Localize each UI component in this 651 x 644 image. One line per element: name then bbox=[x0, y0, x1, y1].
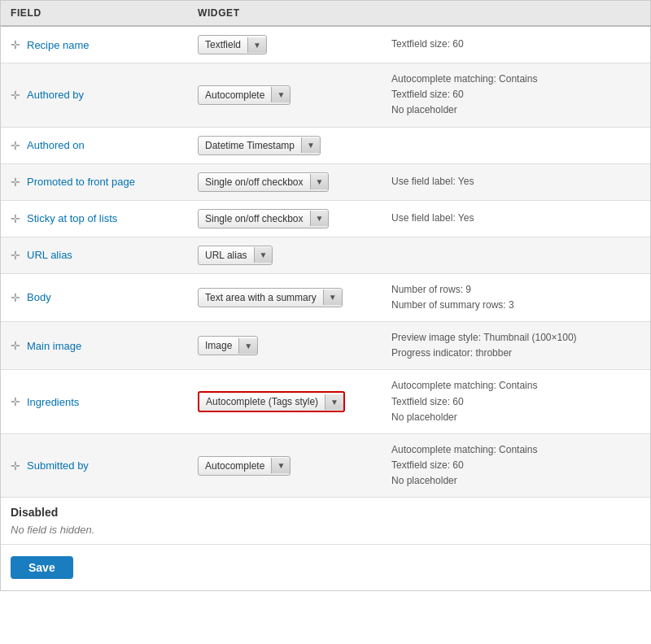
field-label-body: Body bbox=[27, 291, 51, 303]
table-row: ✛BodyText area with a summary▼Number of … bbox=[1, 274, 650, 322]
dropdown-arrow-icon[interactable]: ▼ bbox=[325, 394, 343, 410]
widget-cell-sticky-top: Single on/off checkbox▼ bbox=[198, 209, 385, 228]
field-label-promoted-front: Promoted to front page bbox=[27, 176, 135, 188]
drag-handle-icon[interactable]: ✛ bbox=[11, 395, 20, 408]
dropdown-arrow-icon[interactable]: ▼ bbox=[323, 289, 342, 305]
widget-select-text-main-image: Image bbox=[199, 337, 238, 355]
save-area: Save bbox=[1, 545, 650, 590]
disabled-section: Disabled No field is hidden. bbox=[1, 498, 650, 545]
info-cell-body: Number of rows: 9Number of summary rows:… bbox=[385, 282, 640, 313]
field-cell-promoted-front: ✛Promoted to front page bbox=[11, 176, 198, 189]
field-cell-submitted-by: ✛Submitted by bbox=[11, 459, 198, 472]
dropdown-arrow-icon[interactable]: ▼ bbox=[254, 247, 273, 263]
widget-select-text-sticky-top: Single on/off checkbox bbox=[199, 210, 310, 228]
table-row: ✛Main imageImage▼Preview image style: Th… bbox=[1, 322, 650, 370]
widget-select-text-promoted-front: Single on/off checkbox bbox=[199, 173, 310, 191]
manage-display-table: FIELD WIDGET ✛Recipe nameTextfield▼Textf… bbox=[0, 0, 651, 591]
drag-handle-icon[interactable]: ✛ bbox=[11, 139, 20, 152]
field-rows: ✛Recipe nameTextfield▼Textfield size: 60… bbox=[1, 27, 650, 498]
drag-handle-icon[interactable]: ✛ bbox=[11, 459, 20, 472]
widget-select-ingredients[interactable]: Autocomplete (Tags style)▼ bbox=[198, 391, 345, 412]
field-label-authored-on: Authored on bbox=[27, 139, 85, 151]
widget-select-text-authored-on: Datetime Timestamp bbox=[199, 137, 301, 154]
widget-select-text-url-alias: URL alias bbox=[199, 246, 254, 264]
field-cell-authored-by: ✛Authored by bbox=[11, 89, 198, 102]
field-cell-ingredients: ✛Ingredients bbox=[11, 395, 198, 408]
info-cell-authored-by: Autocomplete matching: ContainsTextfield… bbox=[385, 72, 640, 119]
dropdown-arrow-icon[interactable]: ▼ bbox=[271, 87, 290, 102]
dropdown-arrow-icon[interactable]: ▼ bbox=[301, 137, 320, 153]
table-row: ✛Authored byAutocomplete▼Autocomplete ma… bbox=[1, 63, 650, 128]
widget-cell-promoted-front: Single on/off checkbox▼ bbox=[198, 172, 385, 192]
drag-handle-icon[interactable]: ✛ bbox=[11, 212, 20, 225]
field-cell-authored-on: ✛Authored on bbox=[11, 139, 198, 152]
table-header: FIELD WIDGET bbox=[1, 1, 650, 27]
header-widget: WIDGET bbox=[198, 7, 385, 19]
widget-select-authored-on[interactable]: Datetime Timestamp▼ bbox=[198, 136, 321, 155]
table-row: ✛Submitted byAutocomplete▼Autocomplete m… bbox=[1, 434, 650, 498]
info-cell-ingredients: Autocomplete matching: ContainsTextfield… bbox=[385, 378, 640, 425]
widget-cell-authored-on: Datetime Timestamp▼ bbox=[198, 136, 385, 155]
field-label-main-image: Main image bbox=[27, 340, 81, 352]
widget-select-main-image[interactable]: Image▼ bbox=[198, 336, 258, 355]
widget-cell-ingredients: Autocomplete (Tags style)▼ bbox=[198, 391, 385, 412]
disabled-message: No field is hidden. bbox=[11, 524, 640, 536]
widget-select-recipe-name[interactable]: Textfield▼ bbox=[198, 35, 267, 54]
widget-select-text-submitted-by: Autocomplete bbox=[199, 457, 271, 475]
info-cell-promoted-front: Use field label: Yes bbox=[385, 174, 640, 189]
drag-handle-icon[interactable]: ✛ bbox=[11, 38, 20, 51]
field-label-submitted-by: Submitted by bbox=[27, 459, 89, 472]
widget-select-sticky-top[interactable]: Single on/off checkbox▼ bbox=[198, 209, 329, 228]
widget-select-promoted-front[interactable]: Single on/off checkbox▼ bbox=[198, 172, 329, 192]
field-cell-url-alias: ✛URL alias bbox=[11, 249, 198, 262]
field-label-authored-by: Authored by bbox=[27, 89, 84, 101]
dropdown-arrow-icon[interactable]: ▼ bbox=[247, 37, 266, 53]
drag-handle-icon[interactable]: ✛ bbox=[11, 291, 20, 304]
field-label-url-alias: URL alias bbox=[27, 249, 72, 261]
field-label-sticky-top: Sticky at top of lists bbox=[27, 212, 117, 224]
info-cell-main-image: Preview image style: Thumbnail (100×100)… bbox=[385, 330, 640, 361]
disabled-title: Disabled bbox=[11, 506, 640, 519]
field-label-ingredients: Ingredients bbox=[27, 396, 79, 408]
field-cell-body: ✛Body bbox=[11, 291, 198, 304]
dropdown-arrow-icon[interactable]: ▼ bbox=[238, 338, 257, 354]
table-row: ✛IngredientsAutocomplete (Tags style)▼Au… bbox=[1, 370, 650, 434]
field-cell-main-image: ✛Main image bbox=[11, 339, 198, 352]
widget-select-submitted-by[interactable]: Autocomplete▼ bbox=[198, 456, 291, 476]
table-row: ✛URL aliasURL alias▼ bbox=[1, 237, 650, 274]
field-label-recipe-name: Recipe name bbox=[27, 39, 90, 51]
drag-handle-icon[interactable]: ✛ bbox=[11, 339, 20, 352]
info-cell-sticky-top: Use field label: Yes bbox=[385, 211, 640, 226]
drag-handle-icon[interactable]: ✛ bbox=[11, 176, 20, 189]
save-button[interactable]: Save bbox=[11, 556, 73, 579]
widget-select-url-alias[interactable]: URL alias▼ bbox=[198, 246, 273, 265]
widget-select-text-recipe-name: Textfield bbox=[199, 36, 247, 54]
widget-cell-url-alias: URL alias▼ bbox=[198, 246, 385, 265]
widget-select-body[interactable]: Text area with a summary▼ bbox=[198, 288, 343, 307]
table-row: ✛Sticky at top of listsSingle on/off che… bbox=[1, 201, 650, 237]
widget-cell-main-image: Image▼ bbox=[198, 336, 385, 355]
widget-cell-submitted-by: Autocomplete▼ bbox=[198, 456, 385, 476]
drag-handle-icon[interactable]: ✛ bbox=[11, 89, 20, 102]
dropdown-arrow-icon[interactable]: ▼ bbox=[310, 174, 329, 189]
info-cell-submitted-by: Autocomplete matching: ContainsTextfield… bbox=[385, 442, 640, 490]
widget-select-authored-by[interactable]: Autocomplete▼ bbox=[198, 85, 291, 105]
header-field: FIELD bbox=[11, 7, 198, 19]
info-cell-recipe-name: Textfield size: 60 bbox=[385, 37, 640, 52]
table-row: ✛Authored onDatetime Timestamp▼ bbox=[1, 128, 650, 164]
table-row: ✛Recipe nameTextfield▼Textfield size: 60 bbox=[1, 27, 650, 63]
table-row: ✛Promoted to front pageSingle on/off che… bbox=[1, 164, 650, 201]
dropdown-arrow-icon[interactable]: ▼ bbox=[271, 458, 290, 473]
widget-cell-authored-by: Autocomplete▼ bbox=[198, 85, 385, 105]
field-cell-recipe-name: ✛Recipe name bbox=[11, 38, 198, 51]
widget-cell-recipe-name: Textfield▼ bbox=[198, 35, 385, 54]
widget-select-text-authored-by: Autocomplete bbox=[199, 86, 271, 104]
header-info bbox=[385, 7, 640, 19]
widget-cell-body: Text area with a summary▼ bbox=[198, 288, 385, 307]
widget-select-text-ingredients: Autocomplete (Tags style) bbox=[199, 393, 325, 411]
widget-select-text-body: Text area with a summary bbox=[199, 289, 323, 307]
field-cell-sticky-top: ✛Sticky at top of lists bbox=[11, 212, 198, 225]
drag-handle-icon[interactable]: ✛ bbox=[11, 249, 20, 262]
dropdown-arrow-icon[interactable]: ▼ bbox=[310, 211, 329, 226]
